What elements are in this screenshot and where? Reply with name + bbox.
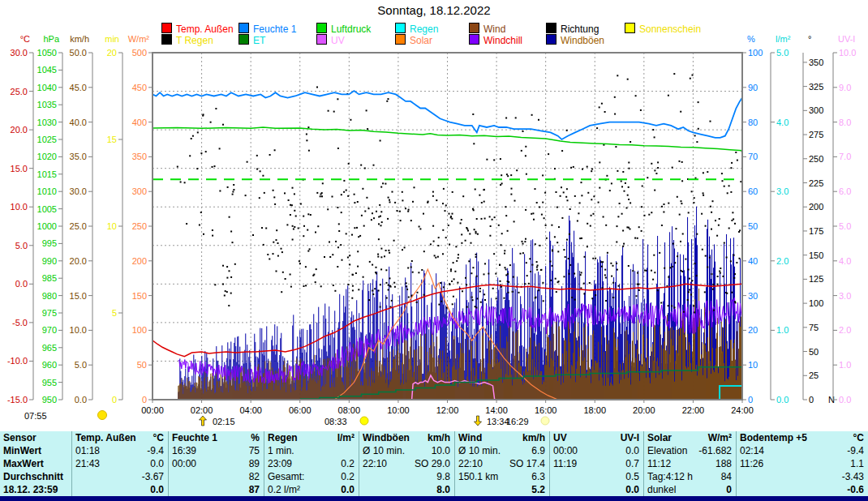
table-column-solar: SolarW/m²Elevation-61.68211:12188Tag:4:1… xyxy=(643,431,736,496)
svg-text:3.0: 3.0 xyxy=(839,291,851,301)
svg-text:30: 30 xyxy=(748,291,758,301)
table-cell: dunkel xyxy=(647,483,676,496)
svg-text:9.0: 9.0 xyxy=(839,83,851,92)
table-cell: 22:10 xyxy=(458,457,483,470)
svg-text:3.0: 3.0 xyxy=(776,186,789,196)
svg-text:1025: 1025 xyxy=(37,135,57,144)
summary-table: SensorMinWertMaxWertDurchschnitt18.12. 2… xyxy=(0,431,868,496)
table-row: 01:18-9.4 xyxy=(75,444,164,457)
table-cell: 22:10 xyxy=(363,457,387,470)
table-cell: 6.3 xyxy=(531,470,545,483)
table-row: Windkm/h xyxy=(458,431,545,444)
table-row: 23:090.2 xyxy=(268,457,355,470)
svg-text:970: 970 xyxy=(42,325,57,335)
svg-text:990: 990 xyxy=(42,256,57,266)
table-cell: 0.2 xyxy=(341,470,355,483)
table-cell: % xyxy=(251,431,260,444)
table-row: 18.12. 23:59 xyxy=(3,483,67,496)
svg-text:0: 0 xyxy=(142,395,147,405)
table-cell: 23:09 xyxy=(268,457,292,470)
table-cell: 0 xyxy=(726,483,732,496)
table-cell: Regen xyxy=(268,431,298,444)
table-row: -3.67 xyxy=(75,470,164,483)
table-cell: Bodentemp +5 xyxy=(740,431,807,444)
table-column-wind: Windkm/hØ 10 min.6.922:10SO 17.4150.1 km… xyxy=(454,431,549,496)
sun-pale-icon xyxy=(541,417,549,425)
svg-text:40.0: 40.0 xyxy=(70,118,87,127)
table-cell: 1 min. xyxy=(268,444,294,457)
svg-text:90: 90 xyxy=(748,83,758,92)
svg-text:8.0: 8.0 xyxy=(839,118,851,127)
table-row: Windböenkm/h xyxy=(363,431,450,444)
table-row: Bodentemp +5°C xyxy=(740,431,864,444)
x-tick-label: 14:00 xyxy=(485,405,508,415)
y-axis-hum: %0102030405060708090100 xyxy=(742,34,763,405)
svg-text:5.0: 5.0 xyxy=(75,360,87,370)
svg-text:250: 250 xyxy=(132,221,147,231)
svg-text:60: 60 xyxy=(748,186,758,196)
y-axis-sun: min05101520 xyxy=(105,34,122,405)
table-cell: Windböen xyxy=(363,431,410,444)
svg-text:4.0: 4.0 xyxy=(839,256,851,266)
table-row: 21:430.0 xyxy=(75,457,164,470)
svg-text:4.0: 4.0 xyxy=(776,118,789,127)
svg-text:10: 10 xyxy=(107,221,117,231)
table-row: 87 xyxy=(172,483,260,496)
x-tick-label: 18:00 xyxy=(583,405,606,415)
table-column-bodentemp-5: Bodentemp +5°C02:14-9.411:261.1-3.43-0.6 xyxy=(736,431,868,496)
table-cell: MaxWert xyxy=(3,457,44,470)
svg-text:400: 400 xyxy=(132,118,147,127)
table-cell: 16:39 xyxy=(172,444,196,457)
svg-text:1020: 1020 xyxy=(37,152,57,161)
table-row: 00:0089 xyxy=(172,457,260,470)
table-row: UVUV-I xyxy=(553,431,639,444)
x-tick-label: 12:00 xyxy=(436,405,459,415)
svg-text:-15.0: -15.0 xyxy=(7,395,28,405)
table-cell: Solar xyxy=(647,431,672,444)
svg-text:0: 0 xyxy=(748,395,753,405)
svg-text:1010: 1010 xyxy=(37,186,57,196)
table-row: 0.2 l/m²0.0 xyxy=(268,483,355,496)
svg-text:50.0: 50.0 xyxy=(70,48,87,58)
table-cell: -0.6 xyxy=(847,483,864,496)
svg-text:965: 965 xyxy=(42,343,57,353)
table-cell: 00:00 xyxy=(553,444,578,457)
moon-icon xyxy=(98,411,107,420)
svg-text:960: 960 xyxy=(42,360,57,370)
table-cell: W/m² xyxy=(708,431,732,444)
svg-text:25: 25 xyxy=(809,370,819,380)
svg-text:0.0: 0.0 xyxy=(75,395,87,405)
table-cell: Temp. Außen xyxy=(75,431,136,444)
x-tick-label: 22:00 xyxy=(682,405,705,415)
svg-text:955: 955 xyxy=(42,378,57,388)
table-row: Gesamt:0.2 xyxy=(268,470,355,483)
svg-text:450: 450 xyxy=(132,83,147,92)
table-cell: -3.67 xyxy=(142,470,164,483)
table-cell: 21:43 xyxy=(75,457,100,470)
table-cell: UV-I xyxy=(621,431,639,444)
table-row: Ø 10 min.6.9 xyxy=(458,444,545,457)
x-tick-label: 04:00 xyxy=(239,405,262,415)
axis-annotation-time: 02:15 xyxy=(213,417,235,426)
svg-text:1045: 1045 xyxy=(37,65,57,75)
table-cell: -3.43 xyxy=(842,470,864,483)
table-label-column: SensorMinWertMaxWertDurchschnitt18.12. 2… xyxy=(0,431,71,496)
table-row: 11:261.1 xyxy=(740,457,864,470)
table-cell: UV xyxy=(553,431,567,444)
table-row: Feuchte 1% xyxy=(172,431,260,444)
svg-text:175: 175 xyxy=(809,226,823,236)
table-row: 1 min. xyxy=(268,444,355,457)
x-tick-label: 16:00 xyxy=(535,405,557,415)
svg-text:hPa: hPa xyxy=(43,34,59,44)
series-richtung xyxy=(177,73,743,313)
svg-text:80: 80 xyxy=(748,118,758,127)
table-row: Durchschnitt xyxy=(3,470,67,483)
svg-text:225: 225 xyxy=(809,178,823,188)
table-cell: °C xyxy=(153,431,164,444)
table-cell: Wind xyxy=(458,431,482,444)
svg-text:350: 350 xyxy=(809,58,823,67)
svg-text:1.0: 1.0 xyxy=(839,360,851,370)
table-row: 02:14-9.4 xyxy=(740,444,864,457)
table-row: 0.5 xyxy=(553,470,639,483)
svg-text:0.0: 0.0 xyxy=(776,395,789,405)
